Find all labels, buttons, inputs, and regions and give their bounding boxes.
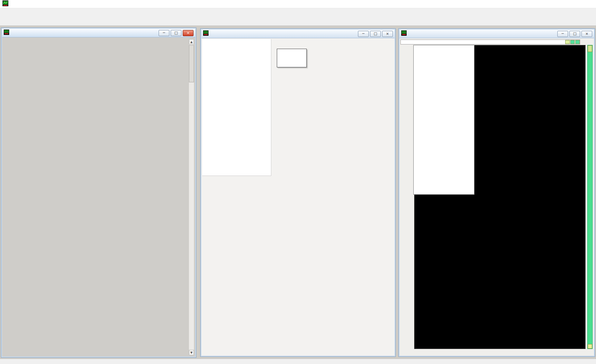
dial-minimize-button[interactable]: ─ — [358, 31, 369, 37]
menu-bar — [0, 8, 596, 16]
trend-vscroll-end[interactable] — [588, 344, 592, 349]
trend-vscroll-thumb[interactable] — [588, 45, 592, 52]
hscroll-button[interactable] — [570, 40, 575, 44]
bar-window-titlebar[interactable]: ─ □ × — [2, 29, 195, 37]
dial-restore-button[interactable]: □ — [370, 31, 381, 37]
dial-window-icon — [203, 30, 209, 37]
trend-chart-window: ─ □ × — [398, 28, 595, 357]
dial-close-button[interactable]: × — [382, 31, 393, 37]
dial-display-window: ─ □ × — [200, 28, 396, 357]
app-icon — [2, 0, 8, 7]
scroll-down-icon[interactable]: ▼ — [189, 350, 194, 355]
legend-timestamp — [414, 52, 474, 57]
trend-horizontal-scrollbar[interactable] — [400, 40, 580, 45]
bar-chart-window: ─ □ × ▲ ▼ — [1, 27, 196, 358]
bar-gauge-grid — [3, 39, 188, 357]
trend-restore-button[interactable]: □ — [569, 31, 580, 37]
legend-title — [414, 45, 474, 52]
trend-close-button[interactable]: × — [581, 31, 592, 37]
polar-chart — [266, 133, 395, 283]
status-bar — [0, 359, 596, 364]
trend-vertical-scrollbar[interactable] — [587, 45, 593, 349]
bar-restore-button[interactable]: □ — [171, 30, 181, 36]
bar-close-button[interactable]: × — [183, 30, 194, 36]
hscroll-button[interactable] — [565, 40, 570, 44]
toolbar — [0, 16, 596, 26]
trend-legend — [413, 45, 474, 195]
bar-window-icon — [4, 30, 9, 36]
trend-window-icon — [401, 30, 407, 37]
value-tooltip — [277, 49, 307, 67]
scroll-up-icon[interactable]: ▲ — [189, 39, 194, 45]
hscroll-button[interactable] — [575, 40, 580, 44]
scrollbar-thumb[interactable] — [189, 45, 194, 82]
trend-window-titlebar[interactable]: ─ □ × — [400, 30, 594, 38]
dial-window-titlebar[interactable]: ─ □ × — [201, 30, 395, 38]
bar-scrollbar[interactable]: ▲ ▼ — [189, 39, 194, 356]
channel-list — [202, 39, 271, 176]
bar-minimize-button[interactable]: ─ — [159, 30, 169, 36]
trend-minimize-button[interactable]: ─ — [557, 31, 568, 37]
app-titlebar[interactable] — [0, 0, 596, 8]
